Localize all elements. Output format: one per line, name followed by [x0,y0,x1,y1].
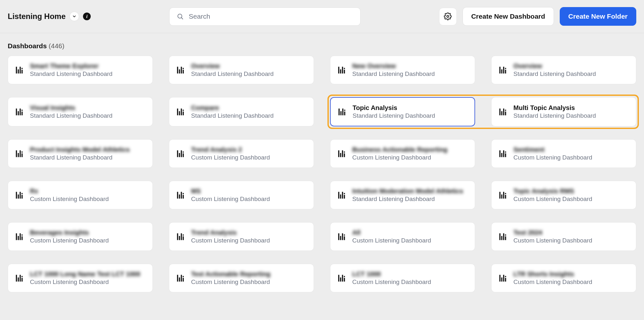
card-subtitle: Custom Listening Dashboard [191,279,271,286]
card-title: Topic Analysis [353,104,435,112]
card-text: Compare Standard Listening Dashboard [191,104,274,119]
create-dashboard-button[interactable]: Create New Dashboard [463,7,554,26]
svg-rect-91 [183,234,184,236]
card-text: Smart Theme Explorer Standard Listening … [30,62,113,78]
dashboard-card[interactable]: Product Insights Model Athletics Standar… [8,139,153,168]
dashboard-card[interactable]: Overview Standard Listening Dashboard [169,56,314,84]
card-text: Sentiment Custom Listening Dashboard [513,146,592,161]
dashboard-card[interactable]: Sentiment Custom Listening Dashboard [491,139,636,168]
dashboard-card[interactable]: Trend Analysis Custom Listening Dashboar… [169,222,314,251]
svg-rect-60 [503,150,504,157]
svg-rect-28 [177,108,178,115]
card-subtitle: Custom Listening Dashboard [513,237,592,244]
card-subtitle: Custom Listening Dashboard [352,279,431,286]
svg-rect-99 [501,236,502,240]
svg-rect-56 [344,151,345,153]
card-subtitle: Standard Listening Dashboard [30,154,130,161]
svg-rect-42 [505,111,506,115]
dashboard-card[interactable]: New Overview Standard Listening Dashboar… [330,56,475,84]
dashboard-card[interactable]: Rx Custom Listening Dashboard [8,181,153,209]
svg-rect-87 [22,236,23,240]
dashboard-icon [499,149,508,158]
svg-rect-64 [18,194,19,198]
svg-rect-72 [183,195,184,198]
card-title: Test Actionable Reporting [191,270,271,278]
svg-rect-101 [505,234,506,236]
svg-rect-88 [177,233,178,240]
card-subtitle: Custom Listening Dashboard [352,154,447,161]
svg-rect-6 [22,68,23,69]
card-text: Trend Analysis 2 Custom Listening Dashbo… [191,146,270,161]
card-text: Topic Analysis Standard Listening Dashbo… [353,104,435,119]
dashboard-card[interactable]: Business Actionable Reporting Custom Lis… [330,139,475,168]
create-folder-button[interactable]: Create New Folder [560,7,636,26]
dashboard-card[interactable]: Test Actionable Reporting Custom Listeni… [169,264,314,292]
svg-rect-25 [20,108,21,115]
dashboard-card[interactable]: Visual Insights Standard Listening Dashb… [8,97,153,126]
card-text: New Overview Standard Listening Dashboar… [352,62,435,78]
card-title: Business Actionable Reporting [352,146,447,153]
svg-rect-61 [505,151,506,153]
card-text: Intuition Moderation Model Athletics Sta… [352,187,463,203]
dashboard-card[interactable]: Beverages Insights Custom Listening Dash… [8,222,153,251]
dashboard-icon [176,274,185,283]
card-title: Product Insights Model Athletics [30,146,130,153]
page-title: Listening Home [8,12,66,21]
dashboard-card[interactable]: LCT 1000 Custom Listening Dashboard [330,264,475,292]
svg-point-2 [447,15,449,17]
dashboard-card[interactable]: LCT 1000 Long Name Test LCT 1000 Custom … [8,264,153,292]
svg-rect-118 [499,275,501,281]
svg-point-0 [178,14,182,18]
dashboard-card[interactable]: MS Custom Listening Dashboard [169,181,314,209]
settings-button[interactable] [439,8,457,25]
svg-rect-44 [18,153,19,157]
svg-rect-50 [181,150,182,157]
dashboard-card[interactable]: LTR Shorts Insights Custom Listening Das… [491,264,636,292]
dashboard-icon [15,66,24,75]
card-text: Multi Topic Analysis Standard Listening … [513,104,596,119]
svg-rect-108 [177,275,178,281]
dashboard-icon [499,66,508,75]
dashboard-icon [15,191,24,200]
svg-rect-27 [22,111,23,115]
svg-rect-43 [16,150,17,157]
dashboard-card[interactable]: Compare Standard Listening Dashboard [169,97,314,126]
svg-rect-3 [16,67,17,73]
svg-rect-37 [344,111,345,115]
svg-rect-111 [183,276,184,277]
dashboard-card[interactable]: Trend Analysis 2 Custom Listening Dashbo… [169,139,314,168]
svg-rect-15 [342,67,343,73]
svg-rect-92 [183,236,184,240]
card-title: LTR Shorts Insights [513,270,592,278]
dashboard-card[interactable]: Test 2024 Custom Listening Dashboard [491,222,636,251]
dashboard-icon [176,149,185,158]
card-subtitle: Standard Listening Dashboard [191,70,274,78]
dashboard-icon [337,191,346,200]
svg-rect-18 [499,67,501,73]
dashboard-card[interactable]: Intuition Moderation Model Athletics Sta… [330,181,475,209]
svg-rect-46 [22,151,23,153]
svg-rect-95 [342,233,343,240]
title-dropdown-button[interactable] [69,12,79,21]
dashboard-card[interactable]: All Custom Listening Dashboard [330,222,475,251]
svg-rect-119 [501,277,502,281]
search-input[interactable] [188,12,353,21]
card-title: MS [191,187,270,195]
dashboard-icon [499,107,508,116]
card-title: Sentiment [513,146,592,153]
svg-rect-23 [16,108,17,115]
search-box[interactable] [169,7,361,26]
svg-rect-22 [505,69,506,73]
dashboard-card[interactable]: Overview Standard Listening Dashboard [491,56,636,84]
svg-rect-5 [20,67,21,73]
dashboard-card[interactable]: Smart Theme Explorer Standard Listening … [8,56,153,84]
svg-rect-40 [503,108,504,115]
svg-rect-29 [179,111,180,115]
svg-rect-102 [505,236,506,240]
card-subtitle: Standard Listening Dashboard [352,70,435,78]
dashboard-card[interactable]: Topic Analysis Standard Listening Dashbo… [330,97,475,126]
dashboard-card[interactable]: Multi Topic Analysis Standard Listening … [491,97,636,126]
info-button[interactable]: i [83,13,91,20]
svg-rect-12 [183,69,184,73]
dashboard-card[interactable]: Topic Analysis RMS Custom Listening Dash… [491,181,636,209]
